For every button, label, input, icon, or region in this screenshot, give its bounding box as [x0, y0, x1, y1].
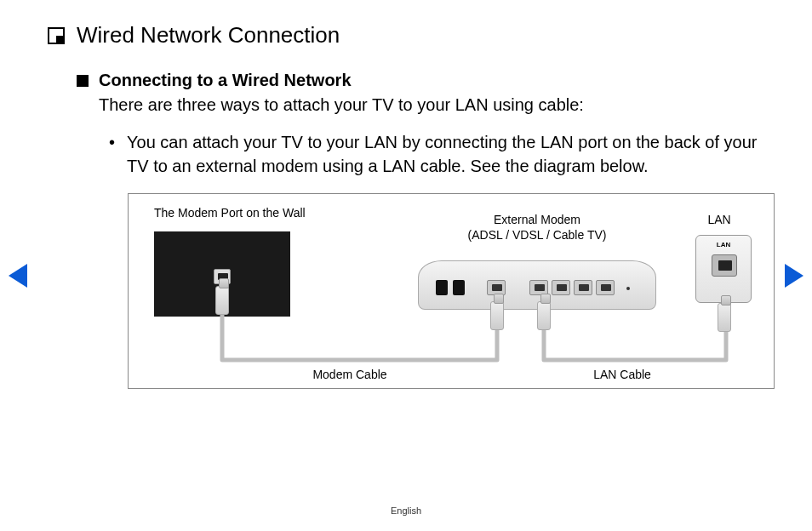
diagram-modem-sublabel: (ADSL / VDSL / Cable TV): [452, 228, 622, 242]
cable-plug-icon: [215, 286, 229, 315]
tv-lan-port-graphic: LAN: [695, 235, 752, 303]
diagram-modem-cable-label: Modem Cable: [299, 368, 401, 381]
lan-jack-icon: [712, 254, 737, 277]
section-heading: Connecting to a Wired Network: [99, 71, 352, 90]
cable-plug-icon: [537, 301, 551, 330]
modem-button-icon: [436, 280, 448, 295]
diagram-modem-label: External Modem: [452, 213, 622, 226]
lan-port-tag: LAN: [696, 241, 751, 248]
list-item-text: You can attach your TV to your LAN by co…: [127, 130, 764, 178]
footer-language: English: [0, 505, 812, 516]
prev-page-button[interactable]: [9, 264, 27, 288]
modem-port-icon: [574, 280, 592, 295]
connection-diagram: The Modem Port on the Wall External Mode…: [128, 193, 775, 389]
section-bullet-icon: [77, 75, 89, 87]
list-bullet-icon: •: [109, 130, 115, 178]
cable-plug-icon: [718, 303, 731, 332]
modem-button-icon: [453, 280, 465, 295]
diagram-lan-cable-label: LAN Cable: [571, 368, 673, 381]
diagram-lan-label: LAN: [694, 213, 745, 226]
diagram-wall-label: The Modem Port on the Wall: [154, 206, 306, 220]
page-title: Wired Network Connection: [77, 22, 340, 49]
modem-led-icon: [626, 287, 630, 290]
next-page-button[interactable]: [785, 264, 803, 288]
cable-plug-icon: [490, 301, 504, 330]
section-intro-text: There are three ways to attach your TV t…: [99, 95, 764, 115]
title-bullet-icon: [48, 27, 65, 44]
modem-port-icon: [552, 280, 570, 295]
modem-port-icon: [596, 280, 615, 295]
